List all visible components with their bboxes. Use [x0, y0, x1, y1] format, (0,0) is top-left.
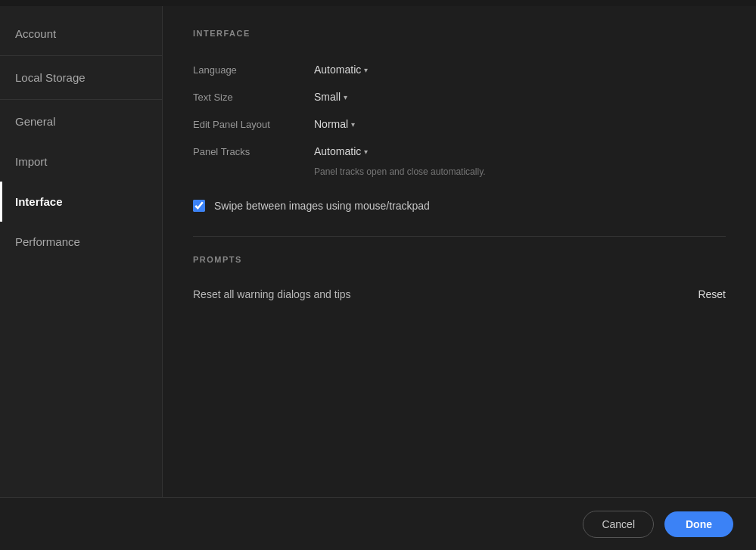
chevron-down-icon: ▾ — [364, 148, 368, 156]
prompts-row: Reset all warning dialogs and tips Reset — [193, 282, 726, 306]
section-interface-title: INTERFACE — [193, 29, 726, 38]
swipe-checkbox[interactable] — [193, 200, 205, 212]
sidebar-item-account[interactable]: Account — [0, 14, 162, 54]
swipe-checkbox-label: Swipe between images using mouse/trackpa… — [214, 200, 430, 212]
section-prompts-title: PROMPTS — [193, 255, 726, 264]
edit-panel-layout-value: Normal ▾ — [314, 110, 726, 138]
section-divider — [193, 236, 726, 237]
top-bar — [0, 0, 756, 6]
language-value: Automatic ▾ — [314, 56, 726, 83]
language-label: Language — [193, 56, 314, 83]
reset-dialogs-label: Reset all warning dialogs and tips — [193, 288, 351, 300]
chevron-down-icon: ▾ — [364, 66, 368, 74]
sidebar-item-general[interactable]: General — [0, 101, 162, 141]
settings-dialog: Account Local Storage General Import Int… — [0, 0, 756, 550]
sidebar: Account Local Storage General Import Int… — [0, 6, 163, 497]
sidebar-divider-2 — [0, 99, 162, 100]
sidebar-item-import[interactable]: Import — [0, 141, 162, 182]
dialog-body: Account Local Storage General Import Int… — [0, 6, 756, 497]
panel-tracks-dropdown[interactable]: Automatic ▾ — [314, 145, 368, 157]
chevron-down-icon: ▾ — [344, 93, 347, 101]
panel-tracks-value: Automatic ▾ — [314, 138, 726, 165]
sidebar-item-local-storage[interactable]: Local Storage — [0, 57, 162, 98]
text-size-dropdown[interactable]: Small ▾ — [314, 91, 347, 103]
language-dropdown[interactable]: Automatic ▾ — [314, 64, 368, 76]
edit-panel-layout-label: Edit Panel Layout — [193, 110, 314, 138]
settings-grid: Language Automatic ▾ Text Size Small ▾ — [193, 56, 726, 186]
chevron-down-icon: ▾ — [351, 120, 355, 129]
panel-tracks-label: Panel Tracks — [193, 138, 314, 165]
dialog-footer: Cancel Done — [0, 497, 756, 550]
swipe-checkbox-row: Swipe between images using mouse/trackpa… — [193, 200, 726, 212]
text-size-label: Text Size — [193, 83, 314, 110]
sidebar-item-performance[interactable]: Performance — [0, 222, 162, 262]
sidebar-divider-1 — [0, 55, 162, 56]
panel-tracks-hint: Panel tracks open and close automaticall… — [314, 165, 726, 186]
reset-button[interactable]: Reset — [698, 288, 726, 300]
edit-panel-layout-dropdown[interactable]: Normal ▾ — [314, 118, 355, 130]
text-size-value: Small ▾ — [314, 83, 726, 110]
main-content: INTERFACE Language Automatic ▾ Text Size… — [163, 6, 756, 497]
sidebar-item-interface[interactable]: Interface — [0, 182, 162, 222]
done-button[interactable]: Done — [664, 511, 733, 537]
cancel-button[interactable]: Cancel — [583, 511, 654, 538]
